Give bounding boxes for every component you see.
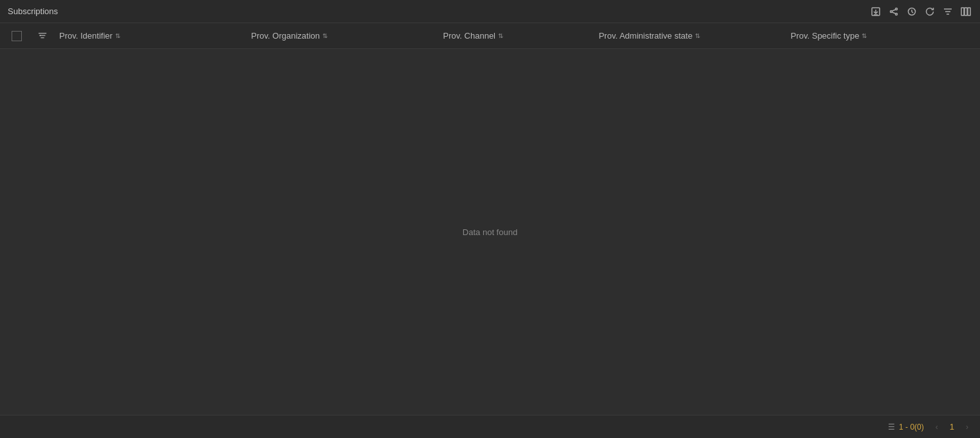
col-header-channel[interactable]: Prov. Channel ⇅ (438, 31, 594, 41)
pagination-info: ☰ 1 - 0(0) (888, 423, 924, 432)
page-title: Subscriptions (8, 6, 58, 16)
svg-line-7 (892, 12, 896, 14)
table-container: Prov. Identifier ⇅ Prov. Organization ⇅ … (0, 23, 980, 415)
table-header: Prov. Identifier ⇅ Prov. Organization ⇅ … (0, 23, 980, 49)
svg-point-5 (896, 13, 898, 15)
toolbar-icons (869, 5, 972, 18)
sort-icon-organization: ⇅ (322, 32, 328, 39)
select-all-checkbox-col (3, 31, 31, 41)
svg-point-3 (896, 8, 898, 10)
sort-icon-specific-type: ⇅ (862, 32, 867, 39)
title-bar: Subscriptions (0, 0, 980, 23)
prev-page-button[interactable]: ‹ (929, 419, 945, 435)
select-all-checkbox[interactable] (12, 31, 22, 41)
footer: ☰ 1 - 0(0) ‹ 1 › (0, 415, 980, 438)
svg-point-4 (891, 10, 892, 12)
export-icon[interactable] (869, 5, 882, 18)
filter-icon[interactable] (941, 5, 954, 18)
next-page-button[interactable]: › (959, 419, 975, 435)
sort-icon-admin-state: ⇅ (695, 32, 700, 39)
svg-rect-12 (961, 8, 964, 15)
col-header-organization[interactable]: Prov. Organization ⇅ (246, 31, 438, 41)
table-body: Data not found (0, 49, 980, 415)
current-page: 1 (947, 422, 957, 432)
svg-point-18 (39, 35, 41, 36)
empty-message: Data not found (463, 227, 517, 237)
sort-icon-identifier: ⇅ (115, 32, 120, 39)
col-header-identifier[interactable]: Prov. Identifier ⇅ (54, 31, 246, 41)
pagination-range: 1 - 0(0) (899, 423, 924, 432)
history-icon[interactable] (905, 5, 918, 18)
pagination-list-icon: ☰ (888, 423, 895, 432)
pagination-nav: ‹ 1 › (929, 419, 975, 435)
columns-icon[interactable] (959, 5, 972, 18)
share-icon[interactable] (887, 5, 900, 18)
svg-rect-13 (965, 8, 967, 15)
col-header-admin-state[interactable]: Prov. Administrative state ⇅ (593, 31, 785, 41)
sort-icon-channel: ⇅ (498, 32, 503, 39)
col-header-specific-type[interactable]: Prov. Specific type ⇅ (786, 31, 977, 41)
refresh-icon[interactable] (923, 5, 936, 18)
svg-line-6 (892, 10, 896, 11)
column-filter-icon[interactable] (31, 32, 54, 41)
svg-rect-14 (968, 8, 970, 15)
